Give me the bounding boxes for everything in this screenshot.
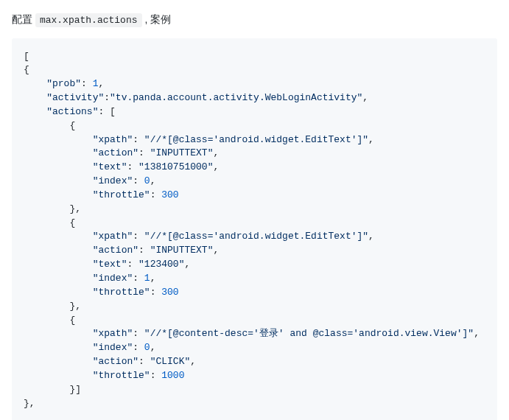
a0-v-text: "13810751000" — [138, 161, 213, 172]
a2-v-action: "CLICK" — [150, 356, 191, 367]
a2-k-index: "index" — [93, 342, 133, 353]
a2-close: }] — [69, 384, 81, 395]
a0-k-xpath: "xpath" — [93, 134, 133, 145]
k-actions: "actions" — [46, 106, 98, 117]
v-prob: 1 — [93, 78, 99, 89]
obj-close: }, — [24, 398, 35, 409]
line-brace: { — [24, 64, 29, 75]
a0-k-action: "action" — [93, 147, 138, 158]
a2-k-xpath: "xpath" — [93, 328, 133, 339]
a1-k-xpath: "xpath" — [93, 231, 133, 242]
intro-suffix: , 案例 — [142, 13, 172, 25]
code-block: [ { "prob": 1, "activity":"tv.panda.acco… — [12, 38, 497, 421]
a0-k-text: "text" — [93, 161, 127, 172]
a2-v-index: 0 — [144, 342, 150, 353]
inline-code: max.xpath.actions — [35, 13, 142, 27]
a0-k-throttle: "throttle" — [93, 189, 150, 200]
a1-open: { — [69, 217, 75, 228]
a0-k-index: "index" — [93, 175, 133, 186]
a0-v-xpath: "//*[@class='android.widget.EditText']" — [144, 134, 368, 145]
a1-v-index: 1 — [144, 273, 150, 284]
a2-k-action: "action" — [93, 356, 138, 367]
a2-v-throttle: 1000 — [161, 370, 184, 381]
a1-k-action: "action" — [93, 245, 138, 256]
a1-close: }, — [69, 301, 81, 312]
a2-v-xpath: "//*[@content-desc='登录' and @class='andr… — [144, 328, 474, 339]
a1-v-text: "123400" — [138, 259, 184, 270]
a1-k-text: "text" — [93, 259, 127, 270]
intro-prefix: 配置 — [12, 13, 35, 25]
intro-line: 配置 max.xpath.actions , 案例 — [12, 12, 497, 28]
a1-v-xpath: "//*[@class='android.widget.EditText']" — [144, 231, 368, 242]
a1-k-throttle: "throttle" — [93, 287, 150, 298]
v-activity: "tv.panda.account.activity.WebLoginActiv… — [110, 92, 362, 103]
k-prob: "prob" — [46, 78, 81, 89]
actions-open: : [ — [98, 106, 115, 117]
a0-v-index: 0 — [144, 175, 150, 186]
a0-close: }, — [69, 203, 81, 214]
a2-open: { — [69, 315, 75, 326]
a1-v-throttle: 300 — [161, 287, 178, 298]
a1-k-index: "index" — [93, 273, 133, 284]
a0-v-throttle: 300 — [161, 189, 178, 200]
a0-open: { — [69, 120, 75, 131]
k-activity: "activity" — [46, 92, 104, 103]
line-open: [ — [24, 51, 29, 62]
a2-k-throttle: "throttle" — [93, 370, 150, 381]
a1-v-action: "INPUTTEXT" — [150, 245, 214, 256]
a0-v-action: "INPUTTEXT" — [150, 147, 214, 158]
